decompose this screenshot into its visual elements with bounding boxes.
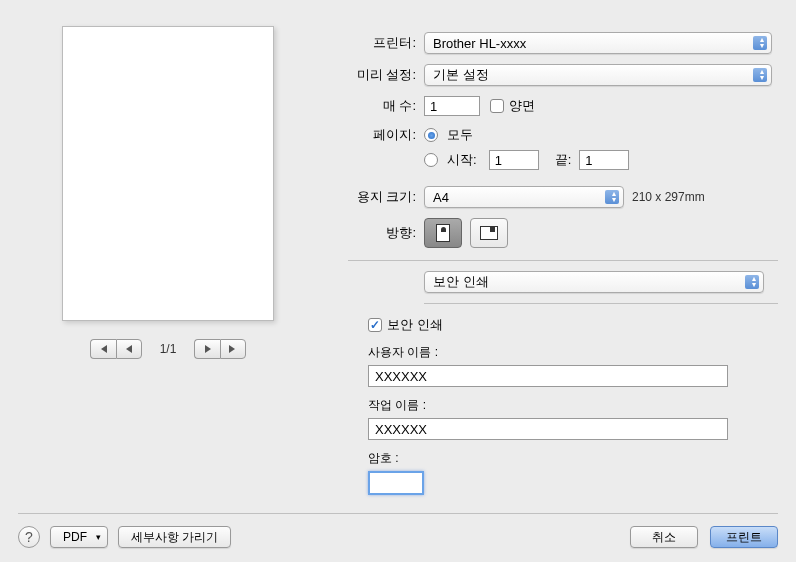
papersize-select[interactable]: A4 ▴▾: [424, 186, 624, 208]
main-content: 1/1 프린터: Brother HL-xxxx ▴▾: [18, 20, 778, 513]
chevron-updown-icon: ▴▾: [752, 276, 756, 288]
pages-to-label: 끝:: [555, 151, 572, 169]
first-page-button[interactable]: [90, 339, 116, 359]
password-input[interactable]: [368, 471, 424, 495]
copies-input[interactable]: [424, 96, 480, 116]
printer-row: 프린터: Brother HL-xxxx ▴▾: [348, 32, 778, 54]
preset-label: 미리 설정:: [348, 66, 416, 84]
landscape-button[interactable]: [470, 218, 508, 248]
papersize-row: 용지 크기: A4 ▴▾ 210 x 297mm: [348, 186, 778, 208]
prev-page-button[interactable]: [116, 339, 142, 359]
pdf-label: PDF: [63, 530, 87, 544]
hide-details-button[interactable]: 세부사항 가리기: [118, 526, 231, 548]
pages-all-radio[interactable]: [424, 128, 438, 142]
help-button[interactable]: ?: [18, 526, 40, 548]
footer: ? PDF 세부사항 가리기 취소 프린트: [18, 513, 778, 548]
pager-back-group: [90, 339, 142, 359]
username-label: 사용자 이름 :: [368, 344, 778, 361]
preview-column: 1/1: [18, 20, 318, 513]
pages-range-row: 시작: 끝:: [424, 150, 629, 170]
pages-label: 페이지:: [348, 126, 416, 144]
copies-label: 매 수:: [348, 97, 416, 115]
pages-from-input[interactable]: [489, 150, 539, 170]
panel-select[interactable]: 보안 인쇄 ▴▾: [424, 271, 764, 293]
orientation-label: 방향:: [348, 224, 416, 242]
twosided-checkbox[interactable]: [490, 99, 504, 113]
form-column: 프린터: Brother HL-xxxx ▴▾ 미리 설정: 기본 설정 ▴▾ …: [348, 20, 778, 513]
page-preview: [62, 26, 274, 321]
username-input[interactable]: [368, 365, 728, 387]
landscape-icon: [480, 226, 498, 240]
print-button[interactable]: 프린트: [710, 526, 778, 548]
pdf-menu-button[interactable]: PDF: [50, 526, 108, 548]
print-dialog: 1/1 프린터: Brother HL-xxxx ▴▾: [0, 0, 796, 562]
paper-dims: 210 x 297mm: [632, 190, 705, 204]
jobname-input[interactable]: [368, 418, 728, 440]
chevron-updown-icon: ▴▾: [760, 69, 764, 81]
papersize-label: 용지 크기:: [348, 188, 416, 206]
help-icon: ?: [25, 529, 33, 545]
preset-select[interactable]: 기본 설정 ▴▾: [424, 64, 772, 86]
pages-from-label: 시작:: [447, 151, 477, 169]
page-number: 1/1: [160, 342, 177, 356]
cancel-label: 취소: [652, 529, 676, 546]
jobname-label: 작업 이름 :: [368, 397, 778, 414]
cancel-button[interactable]: 취소: [630, 526, 698, 548]
printer-value: Brother HL-xxxx: [433, 36, 526, 51]
hide-details-label: 세부사항 가리기: [131, 529, 218, 546]
twosided-label: 양면: [509, 97, 535, 115]
orientation-row: 방향:: [348, 218, 778, 248]
preset-row: 미리 설정: 기본 설정 ▴▾: [348, 64, 778, 86]
pages-all-row: 모두: [424, 126, 629, 144]
portrait-icon: [436, 224, 450, 242]
chevron-updown-icon: ▴▾: [612, 191, 616, 203]
secure-print-section: 보안 인쇄 사용자 이름 : 작업 이름 : 암호 :: [368, 316, 778, 495]
portrait-button[interactable]: [424, 218, 462, 248]
next-page-button[interactable]: [194, 339, 220, 359]
pages-all-label: 모두: [447, 126, 473, 144]
separator: [348, 260, 778, 261]
pager-forward-group: [194, 339, 246, 359]
footer-actions: 취소 프린트: [630, 526, 778, 548]
chevron-updown-icon: ▴▾: [760, 37, 764, 49]
secure-print-checkbox[interactable]: [368, 318, 382, 332]
preset-value: 기본 설정: [433, 66, 489, 84]
pages-options: 모두 시작: 끝:: [424, 126, 629, 176]
printer-select[interactable]: Brother HL-xxxx ▴▾: [424, 32, 772, 54]
papersize-value: A4: [433, 190, 449, 205]
pages-to-input[interactable]: [579, 150, 629, 170]
separator: [424, 303, 778, 304]
panel-value: 보안 인쇄: [433, 273, 489, 291]
password-label: 암호 :: [368, 450, 778, 467]
secure-print-row: 보안 인쇄: [368, 316, 778, 334]
secure-print-label: 보안 인쇄: [387, 316, 443, 334]
pages-range-radio[interactable]: [424, 153, 438, 167]
pager: 1/1: [90, 339, 247, 359]
printer-label: 프린터:: [348, 34, 416, 52]
pages-row: 페이지: 모두 시작: 끝:: [348, 126, 778, 176]
copies-row: 매 수: 양면: [348, 96, 778, 116]
print-label: 프린트: [726, 529, 762, 546]
last-page-button[interactable]: [220, 339, 246, 359]
